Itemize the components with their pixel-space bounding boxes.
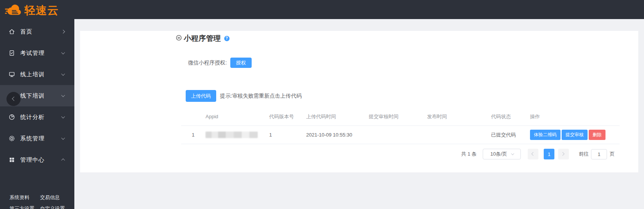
sidebar-item-label: 统计分析: [20, 114, 45, 121]
miniprogram-table: Appid 代码版本号 上传代码时间 提交审核时间 发布时间 代码状态 操作 1…: [181, 108, 620, 144]
wechat-auth-label: 微信小程序授权:: [188, 59, 227, 66]
pagination: 共 1 条 10条/页 1 前往 页: [461, 149, 615, 159]
upload-tip-text: 提示:审核失败需重新点击上传代码: [220, 93, 302, 100]
page-size-select[interactable]: 10条/页: [483, 149, 521, 159]
sidebar-item-label: 线上培训: [20, 71, 45, 78]
chevron-down-icon: [61, 115, 65, 119]
chevron-down-icon: [61, 93, 65, 97]
brand-name: 轻速云: [24, 3, 59, 18]
upload-code-button[interactable]: 上传代码: [186, 90, 216, 102]
submenu-item-system-data[interactable]: 系统资料: [10, 192, 40, 203]
home-icon: [8, 28, 15, 35]
header-submit-review-time: 提交审核时间: [369, 113, 427, 120]
sidebar-item-online-training[interactable]: 线上培训: [0, 64, 74, 85]
pagination-total: 共 1 条: [461, 151, 477, 158]
sidebar-collapse-button[interactable]: [6, 92, 21, 106]
pie-chart-icon: [8, 114, 15, 121]
cell-appid: [206, 132, 269, 138]
chevron-up-icon: [61, 158, 65, 162]
sidebar-item-home[interactable]: 首页: [0, 21, 74, 42]
header-actions: 操作: [530, 113, 620, 120]
top-bar: 轻速云: [0, 0, 644, 19]
authorize-button[interactable]: 授权: [230, 58, 252, 68]
sidebar-item-label: 线下培训: [20, 92, 45, 100]
monitor-icon: [8, 71, 15, 78]
header-publish-time: 发布时间: [427, 113, 491, 120]
chevron-down-icon: [511, 152, 514, 155]
goto-page-input[interactable]: [591, 149, 607, 159]
chevron-right-icon: [561, 152, 565, 156]
header-appid: Appid: [206, 114, 269, 119]
admin-center-submenu: 系统资料 交易信息 第三方设置 自定义设置 小程序管理: [0, 192, 74, 209]
submenu-item-transaction-info[interactable]: 交易信息: [40, 192, 74, 203]
table-row: 1 1 2021-10-09 10:55:30 已提交代码 体验二维码 提交审核…: [181, 126, 620, 144]
cell-code-version: 1: [269, 132, 306, 138]
page-size-value: 10条/页: [490, 151, 507, 158]
miniprogram-logo-icon: [176, 35, 182, 42]
exam-document-icon: [8, 50, 15, 56]
upload-code-row: 上传代码 提示:审核失败需重新点击上传代码: [186, 90, 302, 102]
cell-actions: 体验二维码 提交审核 删除: [530, 130, 620, 140]
header-code-version: 代码版本号: [269, 113, 306, 120]
help-icon[interactable]: ?: [224, 36, 230, 41]
chevron-left-icon: [12, 96, 16, 101]
next-page-button[interactable]: [558, 149, 569, 159]
sidebar-item-label: 考试管理: [20, 50, 45, 57]
cell-upload-time: 2021-10-09 10:55:30: [306, 132, 369, 138]
sidebar-item-label: 系统管理: [20, 135, 45, 142]
sidebar-item-system-management[interactable]: 系统管理: [0, 128, 74, 149]
delete-button[interactable]: 删除: [589, 130, 605, 140]
page-number-button[interactable]: 1: [544, 149, 554, 159]
sidebar: 首页 考试管理 线上培训: [0, 19, 74, 209]
page-title-row: 小程序管理 ?: [176, 34, 230, 43]
grid-icon: [8, 156, 15, 163]
table-header-row: Appid 代码版本号 上传代码时间 提交审核时间 发布时间 代码状态 操作: [181, 108, 620, 126]
prev-page-button[interactable]: [528, 149, 538, 159]
chevron-down-icon: [61, 136, 65, 140]
sidebar-item-statistics[interactable]: 统计分析: [0, 106, 74, 128]
submenu-item-custom-settings[interactable]: 自定义设置: [40, 203, 74, 209]
header-code-status: 代码状态: [491, 113, 530, 120]
goto-page-label: 前往: [579, 151, 589, 158]
sidebar-item-label: 管理中心: [20, 156, 45, 164]
cell-code-status: 已提交代码: [491, 132, 530, 138]
chevron-left-icon: [532, 152, 535, 156]
main-content-card: 小程序管理 ? 微信小程序授权: 授权 上传代码 提示:审核失败需重新点击上传代…: [80, 31, 638, 172]
goto-page-suffix: 页: [610, 151, 615, 158]
gear-icon: [8, 135, 15, 142]
chevron-down-icon: [61, 51, 65, 55]
wechat-auth-row: 微信小程序授权: 授权: [188, 58, 252, 68]
sidebar-item-admin-center[interactable]: 管理中心: [0, 149, 74, 170]
sidebar-item-exam-management[interactable]: 考试管理: [0, 42, 74, 64]
header-upload-time: 上传代码时间: [306, 113, 369, 120]
cell-index: 1: [181, 132, 206, 138]
cloud-logo-icon: [5, 4, 22, 18]
appid-redacted-block: [206, 132, 258, 138]
chevron-right-icon: [61, 30, 65, 34]
submenu-item-third-party-settings[interactable]: 第三方设置: [10, 203, 40, 209]
experience-qrcode-button[interactable]: 体验二维码: [530, 130, 560, 140]
submit-review-button[interactable]: 提交审核: [562, 130, 588, 140]
app-window: 轻速云 首页 考试管理: [0, 0, 644, 209]
page-title: 小程序管理: [184, 34, 221, 43]
brand-logo[interactable]: 轻速云: [5, 3, 59, 18]
sidebar-item-label: 首页: [20, 28, 32, 35]
chevron-down-icon: [61, 72, 65, 76]
